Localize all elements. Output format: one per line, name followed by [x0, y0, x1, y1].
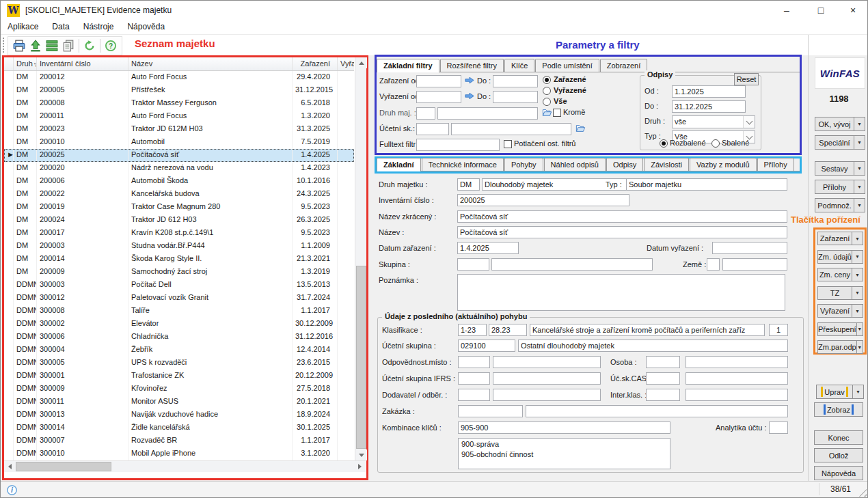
help-icon[interactable]: ? [103, 38, 119, 54]
potlaceni-checkbox[interactable]: Potlačení ost. filtrů [504, 139, 576, 149]
horizontal-scroll-thumb[interactable] [16, 462, 111, 471]
button-speciální[interactable]: Speciální▼ [815, 135, 865, 150]
dropdown-arrow-icon[interactable]: ▼ [852, 286, 863, 300]
zarazeni-od-input[interactable] [416, 75, 461, 87]
dropdown-arrow-icon[interactable]: ▼ [854, 180, 865, 194]
folder-open-icon[interactable] [541, 107, 553, 118]
fulltext-input[interactable] [416, 139, 500, 151]
table-row[interactable]: DDMN300002Elevátor30.12.2009 [4, 318, 354, 331]
table-row[interactable]: DDMN300014Židle kancelářská30.1.2025 [4, 421, 354, 434]
ucetni-sk-name-input[interactable] [451, 123, 571, 135]
table-row[interactable]: DDMN300007Rozvaděč BR1.1.2017 [4, 434, 354, 447]
print-icon[interactable] [11, 38, 27, 54]
rozbalene-radio[interactable]: Rozbalené [660, 139, 706, 148]
copy-icon[interactable] [60, 38, 77, 54]
datum-vyrazeni-input[interactable] [712, 242, 787, 254]
vyrazeni-do-input[interactable] [493, 91, 538, 103]
button-zm-údajů[interactable]: Zm. údajů▼ [817, 250, 863, 264]
klice-textarea[interactable]: 900-správa 905-obchodní činnost [458, 438, 670, 469]
scroll-down-icon[interactable] [355, 449, 367, 460]
ucetni-sk-code-input[interactable] [416, 123, 449, 135]
ifrs-code-input[interactable] [458, 372, 490, 385]
table-row[interactable]: DM200019Traktor Case Magnum 2809.5.2023 [4, 201, 354, 214]
uprav-button[interactable]: Uprav ▼ [816, 385, 864, 399]
table-row[interactable]: DM200017Kravín K208 st.p.č.149\19.5.2023 [4, 227, 354, 240]
toolbar-grip[interactable] [3, 38, 4, 53]
dropdown-arrow-icon[interactable]: ▼ [854, 198, 865, 212]
table-row[interactable]: DDMN300012Paletovací vozík Granit31.7.20… [4, 292, 354, 305]
table-row[interactable]: DM200024Traktor JD 612 H0326.3.2025 [4, 214, 354, 227]
odpisy-od-input[interactable]: 1.1.2025 [672, 85, 746, 98]
detail-tab-základní[interactable]: Základní [377, 158, 421, 171]
close-button[interactable]: × [838, 1, 868, 20]
kombinace-input[interactable]: 905-900 [458, 421, 670, 434]
detail-tab-pohyby[interactable]: Pohyby [504, 158, 543, 171]
table-row[interactable]: DM200005Přístřešek31.12.2015 [4, 84, 354, 97]
table-row[interactable]: DDMN300003Počítač Dell13.5.2013 [4, 279, 354, 292]
table-row[interactable]: DDMN300008Talíře1.1.2017 [4, 305, 354, 318]
inv-cislo-input[interactable]: 200025 [457, 194, 629, 206]
dodavatel-name-input[interactable] [493, 389, 601, 401]
button-podmnož-[interactable]: Podmnož.▼ [815, 198, 865, 212]
horizontal-scrollbar[interactable] [4, 460, 366, 472]
scroll-up-icon[interactable] [355, 57, 367, 68]
ucetni-skupina-code-input[interactable]: 029100 [458, 340, 515, 352]
button-přeskupení[interactable]: Přeskupení▼ [817, 322, 863, 336]
menu-item-nástroje[interactable]: Nástroje [77, 20, 121, 33]
zeme-name-input[interactable] [722, 258, 787, 271]
folder-open-icon[interactable] [574, 123, 586, 134]
druh-maj-name-input[interactable] [437, 107, 538, 120]
dropdown-arrow-icon[interactable]: ▼ [853, 385, 864, 399]
table-row[interactable]: DM200009Samochodný žací stroj1.3.2019 [4, 266, 354, 279]
menu-item-data[interactable]: Data [45, 20, 76, 33]
dropdown-arrow-icon[interactable]: ▼ [852, 304, 863, 318]
interklas-code-input[interactable] [646, 389, 680, 401]
table-row[interactable]: DDMN300004Žebřík12.4.2014 [4, 344, 354, 357]
column-header-inv[interactable]: Inventární číslo [37, 57, 128, 70]
zarazeni-do-input[interactable] [493, 75, 538, 87]
table-row[interactable]: DM200012Auto Ford Focus29.4.2020 [4, 71, 354, 84]
state-radio-vse[interactable]: Vše [543, 97, 567, 107]
button-nápověda[interactable]: Nápověda [814, 466, 863, 480]
table-row[interactable]: DM200023Traktor JD 612M H0331.3.2025 [4, 123, 354, 136]
column-header-zar[interactable]: Zařazení [293, 57, 338, 70]
list-icon[interactable] [44, 38, 60, 54]
scroll-left-icon[interactable] [4, 461, 16, 472]
dropdown-arrow-icon[interactable]: ▼ [854, 117, 865, 131]
filter-tab-zobrazení[interactable]: Zobrazení [600, 59, 648, 72]
filter-tab-klíče[interactable]: Klíče [504, 59, 534, 72]
vertical-scrollbar[interactable] [355, 57, 366, 460]
dropdown-arrow-icon[interactable]: ▼ [852, 268, 863, 281]
column-header-vyr[interactable]: Vyřaz [338, 57, 354, 70]
klasifikace-1-input[interactable]: 1-23 [458, 324, 487, 336]
table-row[interactable]: ►DM200025Počítačová síť1.4.2025 [4, 149, 354, 162]
filter-tab-podle-umístění[interactable]: Podle umístění [535, 59, 599, 72]
menu-item-aplikace[interactable]: Aplikace [1, 20, 45, 33]
detail-tab-vazby-z-modulů[interactable]: Vazby z modulů [690, 158, 756, 171]
analytika-input[interactable] [769, 421, 788, 434]
filter-tab-základní-filtry[interactable]: Základní filtry [377, 59, 439, 72]
button-zařazení[interactable]: Zařazení▼ [817, 232, 863, 245]
table-row[interactable]: DDMN300009Křovinořez27.5.2018 [4, 383, 354, 396]
klasifikace-text-input[interactable]: Kancelářské stroje a zařízení kromě počí… [530, 324, 765, 336]
datum-zarazeni-input[interactable]: 1.4.2025 [457, 242, 519, 254]
dropdown-arrow-icon[interactable]: ▼ [852, 232, 863, 245]
nazev-input[interactable]: Počítačová síť [457, 226, 787, 238]
state-radio-vyrazene[interactable]: Vyřazené [543, 86, 586, 96]
button-přílohy[interactable]: Přílohy▼ [815, 180, 865, 194]
button-vyřazení[interactable]: Vyřazení▼ [817, 304, 863, 318]
table-row[interactable]: DDMN300010Mobil Apple iPhone3.1.2020 [4, 447, 354, 460]
column-header-druh[interactable]: Druh▽ [14, 57, 37, 70]
dropdown-arrow-icon[interactable]: ▼ [854, 161, 865, 176]
table-row[interactable]: DDMN300005UPS k rozvaděči23.6.2015 [4, 357, 354, 370]
minimize-button[interactable]: – [772, 1, 802, 20]
poznamka-textarea[interactable] [457, 274, 785, 311]
export-icon[interactable] [27, 38, 44, 54]
reset-button[interactable]: Reset [734, 73, 759, 85]
zobraz-button[interactable]: Zobraz [814, 402, 863, 417]
odpovednost-code-input[interactable] [458, 356, 490, 368]
skupina-name-input[interactable] [491, 258, 653, 271]
sbalene-radio[interactable]: Sbalené [711, 139, 749, 148]
klasifikace-2-input[interactable]: 28.23 [489, 324, 527, 336]
table-row[interactable]: DDMN300006Chladnička31.12.2016 [4, 331, 354, 344]
